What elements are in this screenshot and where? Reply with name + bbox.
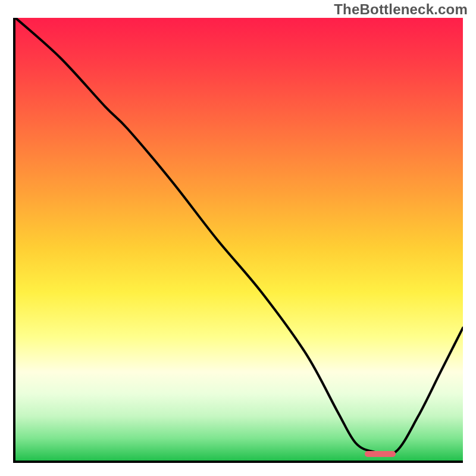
watermark-text: TheBottleneck.com	[334, 1, 468, 18]
plot-area	[13, 18, 463, 463]
curve-layer	[15, 18, 463, 461]
curve-path	[15, 18, 463, 455]
chart-frame: TheBottleneck.com	[0, 0, 476, 476]
optimum-marker	[365, 451, 396, 457]
